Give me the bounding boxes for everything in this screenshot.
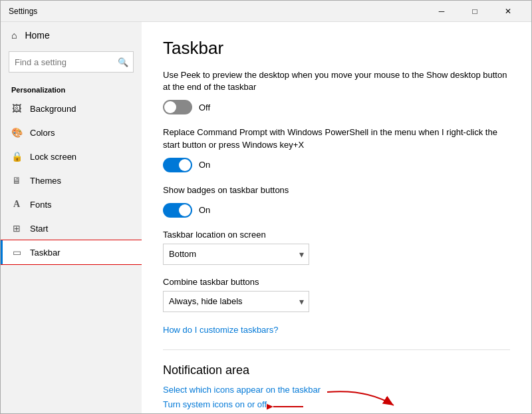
divider-1 (163, 349, 510, 350)
sidebar-item-label: Colors (30, 128, 55, 138)
fonts-icon: A (11, 199, 22, 210)
arrow-annotation-1 (321, 385, 400, 413)
sidebar: ⌂ Home 🔍 Personalization 🖼 Background 🎨 … (1, 22, 142, 413)
sidebar-item-colors[interactable]: 🎨 Colors (1, 120, 142, 144)
badges-toggle-row: On (163, 203, 510, 218)
turn-icons-row: Turn system icons on or off (163, 399, 267, 413)
sidebar-item-start[interactable]: ⊞ Start (1, 216, 142, 240)
combine-buttons-select[interactable]: Always, hide labels When taskbar is full… (163, 291, 309, 312)
taskbar-icon: ▭ (11, 247, 22, 258)
sidebar-item-lock-screen[interactable]: 🔒 Lock screen (1, 144, 142, 168)
sidebar-item-label: Lock screen (30, 152, 76, 162)
main-panel: Taskbar Use Peek to preview the desktop … (142, 22, 531, 413)
select-icons-link[interactable]: Select which icons appear on the taskbar (163, 385, 321, 395)
powershell-toggle-label: On (199, 160, 210, 170)
arrow-annotation-2 (267, 399, 307, 413)
start-icon: ⊞ (11, 223, 22, 234)
sidebar-search-container: 🔍 (9, 51, 134, 73)
close-button[interactable]: ✕ (493, 1, 523, 22)
main-content: ⌂ Home 🔍 Personalization 🖼 Background 🎨 … (1, 22, 531, 413)
taskbar-location-wrapper: Bottom Top Left Right (163, 244, 309, 265)
home-icon: ⌂ (11, 30, 17, 41)
badges-toggle[interactable] (163, 203, 192, 218)
sidebar-item-background[interactable]: 🖼 Background (1, 97, 142, 120)
sidebar-section-label: Personalization (1, 81, 142, 97)
sidebar-item-label: Taskbar (30, 248, 61, 258)
customize-taskbars-link[interactable]: How do I customize taskbars? (163, 325, 278, 335)
taskbar-location-label: Taskbar location on screen (163, 230, 510, 240)
sidebar-item-label: Start (30, 224, 48, 234)
notification-links: Select which icons appear on the taskbar (163, 384, 321, 399)
minimize-button[interactable]: ─ (426, 1, 457, 22)
themes-icon: 🖥 (11, 175, 22, 186)
sidebar-item-fonts[interactable]: A Fonts (1, 192, 142, 216)
sidebar-item-themes[interactable]: 🖥 Themes (1, 168, 142, 192)
sidebar-item-label: Themes (30, 176, 61, 186)
sidebar-item-label: Background (30, 104, 76, 114)
powershell-description: Replace Command Prompt with Windows Powe… (163, 126, 510, 150)
sidebar-item-taskbar[interactable]: ▭ Taskbar (1, 240, 142, 264)
settings-window: Settings ─ □ ✕ ⌂ Home 🔍 Personalization (0, 0, 532, 414)
page-title: Taskbar (163, 38, 510, 59)
sidebar-item-label: Fonts (30, 200, 52, 210)
sidebar-home-label: Home (25, 30, 49, 41)
peek-description: Use Peek to preview the desktop when you… (163, 69, 510, 93)
combine-buttons-wrapper: Always, hide labels When taskbar is full… (163, 291, 309, 312)
powershell-toggle[interactable] (163, 158, 192, 172)
badges-description: Show badges on taskbar buttons (163, 184, 510, 196)
title-bar: Settings ─ □ ✕ (1, 1, 531, 22)
sidebar-item-home[interactable]: ⌂ Home (1, 22, 142, 49)
notification-area-heading: Notification area (163, 363, 510, 377)
taskbar-location-select[interactable]: Bottom Top Left Right (163, 244, 309, 265)
notification-area: Notification area Select which icons app… (163, 363, 510, 413)
peek-toggle-label: Off (199, 103, 210, 112)
colors-icon: 🎨 (11, 127, 22, 138)
search-input[interactable] (9, 51, 134, 73)
powershell-toggle-row: On (163, 158, 510, 172)
peek-toggle-knob (164, 101, 176, 113)
window-controls: ─ □ ✕ (426, 1, 523, 22)
search-icon: 🔍 (118, 57, 128, 67)
peek-toggle-row: Off (163, 100, 510, 114)
window-title: Settings (9, 7, 426, 16)
badges-toggle-knob (179, 204, 191, 216)
powershell-toggle-knob (179, 159, 191, 171)
lock-screen-icon: 🔒 (11, 151, 22, 162)
background-icon: 🖼 (11, 103, 22, 114)
combine-buttons-label: Combine taskbar buttons (163, 277, 510, 287)
peek-toggle[interactable] (163, 100, 192, 114)
maximize-button[interactable]: □ (460, 1, 490, 22)
turn-icons-link[interactable]: Turn system icons on or off (163, 399, 267, 409)
badges-toggle-label: On (199, 205, 210, 215)
